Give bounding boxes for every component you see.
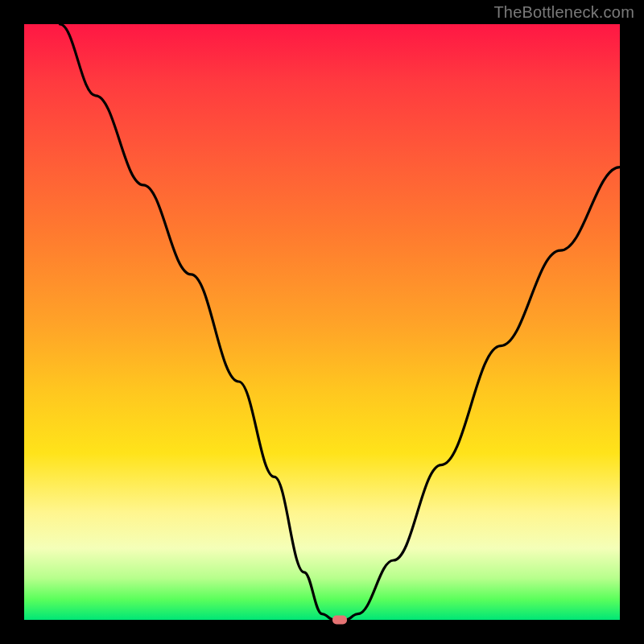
watermark-text: TheBottleneck.com [493, 3, 634, 22]
plot-area [24, 24, 620, 620]
chart-frame: TheBottleneck.com [0, 0, 644, 644]
optimum-marker [332, 616, 347, 625]
bottleneck-curve [24, 24, 620, 620]
